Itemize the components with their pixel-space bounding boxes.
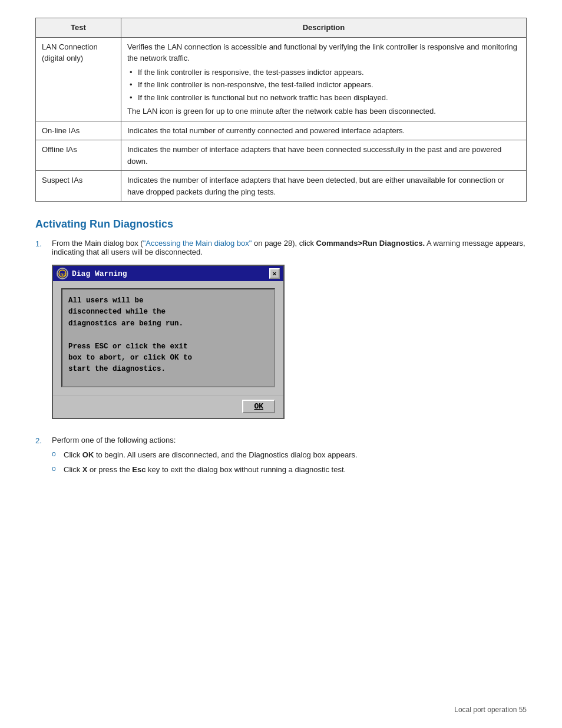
step-number-1: 1. [35, 239, 52, 248]
step-1-content: From the Main dialog box ("Accessing the… [52, 239, 527, 427]
step1-text-after-link: on page 28), click [252, 239, 316, 248]
table-cell-test: Offline IAs [36, 140, 121, 171]
table-cell-test: On-line IAs [36, 121, 121, 140]
section-heading: Activating Run Diagnostics [35, 218, 527, 230]
bullet-icon-2: o [52, 464, 64, 473]
table-cell-test: LAN Connection(digital only) [36, 37, 121, 121]
x-bold: X [82, 465, 88, 474]
steps-list: 1. From the Main dialog box ("Accessing … [35, 239, 527, 479]
dialog-title: Diag Warning [72, 269, 127, 278]
sub-actions-list: o Click OK to begin. All users are disco… [52, 449, 527, 476]
dialog-text-area: All users will bedisconnected while thed… [61, 288, 275, 387]
list-item: If the link controller is responsive, th… [127, 67, 520, 78]
list-item: If the link controller is non-responsive… [127, 79, 520, 91]
diag-warning-dialog: hp Diag Warning × All users will bedisco… [52, 265, 285, 419]
dialog-close-button[interactable]: × [269, 268, 280, 279]
table-cell-description: Indicates the number of interface adapte… [121, 140, 527, 171]
list-item: If the link controller is functional but… [127, 92, 520, 104]
table-cell-description: Indicates the total number of currently … [121, 121, 527, 140]
table-header-test: Test [36, 18, 121, 38]
dialog-body: All users will bedisconnected while thed… [53, 281, 283, 396]
table-row: Offline IAs Indicates the number of inte… [36, 140, 527, 171]
table-cell-description: Verifies the LAN connection is accessibl… [121, 37, 527, 121]
step-2-content: Perform one of the following actions: o … [52, 436, 527, 479]
table-row: LAN Connection(digital only) Verifies th… [36, 37, 527, 121]
lan-bullet-list: If the link controller is responsive, th… [127, 67, 520, 104]
table-row: On-line IAs Indicates the total number o… [36, 121, 527, 140]
sub-item-x: o Click X or press the Esc key to exit t… [52, 464, 527, 476]
esc-bold: Esc [132, 465, 146, 474]
sub-item-ok: o Click OK to begin. All users are disco… [52, 449, 527, 461]
table-cell-description: Indicates the number of interface adapte… [121, 171, 527, 202]
svg-text:hp: hp [61, 272, 67, 277]
dialog-footer: OK [53, 396, 283, 418]
step1-bold-commands: Commands>Run Diagnostics. [316, 239, 425, 248]
bullet-icon-1: o [52, 449, 64, 458]
sub-item-x-text: Click X or press the Esc key to exit the… [64, 464, 527, 476]
dialog-titlebar-left: hp Diag Warning [57, 268, 127, 279]
table-row: Suspect IAs Indicates the number of inte… [36, 171, 527, 202]
sub-item-ok-text: Click OK to begin. All users are disconn… [64, 449, 527, 461]
step-1: 1. From the Main dialog box ("Accessing … [35, 239, 527, 427]
dialog-body-text: All users will bedisconnected while thed… [68, 295, 268, 375]
dialog-wrapper: hp Diag Warning × All users will bedisco… [52, 265, 527, 419]
step-2: 2. Perform one of the following actions:… [35, 436, 527, 479]
lan-desc-intro: Verifies the LAN connection is accessibl… [127, 42, 517, 63]
ok-bold: OK [82, 450, 94, 459]
step-number-2: 2. [35, 436, 52, 445]
table-cell-test: Suspect IAs [36, 171, 121, 202]
lan-desc-outro: The LAN icon is green for up to one minu… [127, 107, 436, 116]
table-header-description: Description [121, 18, 527, 38]
hp-logo-icon: hp [57, 268, 68, 279]
dialog-titlebar: hp Diag Warning × [53, 266, 283, 281]
step1-text-before-link: From the Main dialog box ( [52, 239, 143, 248]
step1-link[interactable]: "Accessing the Main dialog box" [143, 239, 252, 248]
test-description-table: Test Description LAN Connection(digital … [35, 18, 527, 202]
step2-text: Perform one of the following actions: [52, 436, 176, 444]
dialog-ok-button[interactable]: OK [242, 400, 275, 413]
